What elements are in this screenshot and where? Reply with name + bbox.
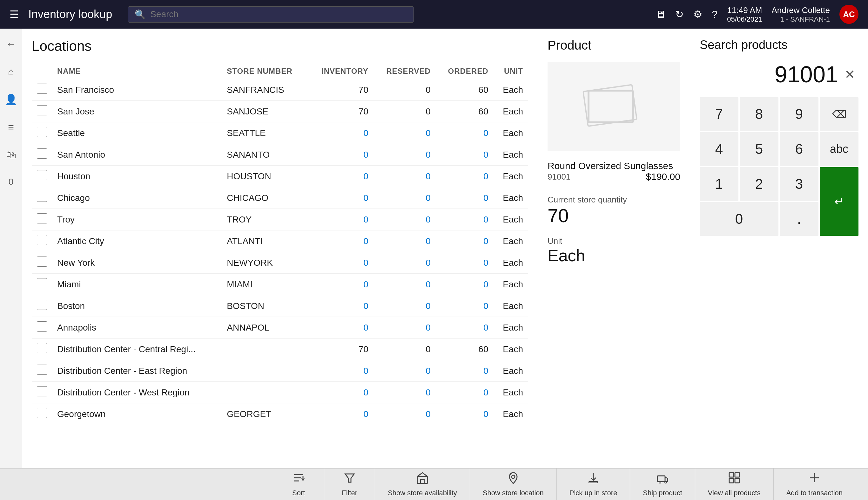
col-ordered: ORDERED xyxy=(436,64,494,79)
ship-icon xyxy=(656,471,669,487)
row-inventory: 70 xyxy=(308,339,374,360)
filter-button[interactable]: Filter xyxy=(324,468,375,500)
numpad-6[interactable]: 6 xyxy=(780,132,819,166)
row-store-number: SANFRANCIS xyxy=(222,79,308,101)
row-checkbox[interactable] xyxy=(37,105,47,115)
avatar: AC xyxy=(840,5,858,24)
row-checkbox[interactable] xyxy=(37,365,47,375)
row-checkbox-cell xyxy=(32,274,52,295)
row-checkbox[interactable] xyxy=(37,257,47,267)
row-checkbox-cell xyxy=(32,360,52,382)
view-all-icon xyxy=(728,471,741,487)
numpad-1[interactable]: 1 xyxy=(700,167,738,201)
row-store-number: BOSTON xyxy=(222,295,308,317)
row-name: Distribution Center - West Region xyxy=(52,382,222,404)
row-store-number: NEWYORK xyxy=(222,252,308,274)
ship-button[interactable]: Ship product xyxy=(630,468,695,500)
numpad-dot[interactable]: . xyxy=(780,202,819,236)
row-reserved: 0 xyxy=(374,252,436,274)
numpad-grid: 7 8 9 ⌫ 4 5 6 abc 1 2 3 ↵ 0 . xyxy=(700,97,858,236)
bottom-toolbar: Sort Filter Show store availability Show… xyxy=(0,468,868,500)
row-checkbox[interactable] xyxy=(37,83,47,94)
product-panel: Product Round Oversized Sunglasses 91001… xyxy=(538,29,690,468)
left-sidebar: ← ⌂ 👤 ≡ 🛍 0 xyxy=(0,29,22,468)
table-row: Distribution Center - Central Regi... 70… xyxy=(32,339,528,360)
sidebar-home-icon[interactable]: ⌂ xyxy=(5,62,17,81)
numpad-0[interactable]: 0 xyxy=(700,202,778,236)
row-name: New York xyxy=(52,252,222,274)
store-loc-icon xyxy=(507,471,519,487)
numpad-5[interactable]: 5 xyxy=(740,132,778,166)
row-inventory: 0 xyxy=(308,252,374,274)
menu-icon[interactable]: ☰ xyxy=(10,8,19,20)
row-checkbox[interactable] xyxy=(37,386,47,396)
row-checkbox[interactable] xyxy=(37,408,47,418)
row-name: Seattle xyxy=(52,122,222,144)
view-all-button[interactable]: View all products xyxy=(695,468,773,500)
row-reserved: 0 xyxy=(374,166,436,187)
row-checkbox[interactable] xyxy=(37,343,47,353)
sidebar-menu-icon[interactable]: ≡ xyxy=(5,118,17,136)
locations-title: Locations xyxy=(32,38,528,54)
sidebar-customer-icon[interactable]: 👤 xyxy=(2,90,21,109)
row-ordered: 0 xyxy=(436,252,494,274)
row-inventory: 0 xyxy=(308,144,374,166)
table-row: Chicago CHICAGO 0 0 0 Each xyxy=(32,187,528,209)
refresh-icon[interactable]: ↻ xyxy=(675,8,684,20)
monitor-icon[interactable]: 🖥 xyxy=(656,9,666,20)
numpad-3[interactable]: 3 xyxy=(780,167,819,201)
row-store-number: SANJOSE xyxy=(222,101,308,122)
numpad-4[interactable]: 4 xyxy=(700,132,738,166)
row-store-number: GEORGET xyxy=(222,404,308,425)
row-checkbox[interactable] xyxy=(37,321,47,331)
sidebar-orders-icon[interactable]: 🛍 xyxy=(3,146,19,164)
numpad-2[interactable]: 2 xyxy=(740,167,778,201)
show-store-location-button[interactable]: Show store location xyxy=(470,468,556,500)
search-bar[interactable]: 🔍 xyxy=(128,7,414,23)
product-sku: 91001 xyxy=(548,172,571,182)
numpad-enter[interactable]: ↵ xyxy=(820,167,858,236)
row-checkbox[interactable] xyxy=(37,192,47,202)
row-checkbox[interactable] xyxy=(37,235,47,245)
row-checkbox[interactable] xyxy=(37,300,47,310)
row-unit: Each xyxy=(493,101,528,122)
row-checkbox[interactable] xyxy=(37,148,47,159)
row-name: Miami xyxy=(52,274,222,295)
search-input[interactable] xyxy=(150,9,407,19)
sort-button[interactable]: Sort xyxy=(273,468,324,500)
row-checkbox[interactable] xyxy=(37,213,47,224)
numpad-clear-button[interactable]: ✕ xyxy=(844,67,855,82)
numpad-backspace[interactable]: ⌫ xyxy=(820,97,858,131)
pickup-button[interactable]: Pick up in store xyxy=(556,468,630,500)
numpad-abc[interactable]: abc xyxy=(820,132,858,166)
row-checkbox[interactable] xyxy=(37,170,47,180)
sidebar-back-icon[interactable]: ← xyxy=(3,35,19,53)
settings-icon[interactable]: ⚙ xyxy=(693,8,703,20)
numpad-7[interactable]: 7 xyxy=(700,97,738,131)
numpad-9[interactable]: 9 xyxy=(780,97,819,131)
row-name: Georgetown xyxy=(52,404,222,425)
svg-rect-14 xyxy=(729,473,734,477)
help-icon[interactable]: ? xyxy=(712,9,718,20)
topbar-user-info: Andrew Collette 1 - SANFRAN-1 xyxy=(772,5,830,23)
add-to-transaction-label: Add to transaction xyxy=(786,489,843,497)
numpad-8[interactable]: 8 xyxy=(740,97,778,131)
topbar-userstore: 1 - SANFRAN-1 xyxy=(772,15,830,23)
row-checkbox[interactable] xyxy=(37,278,47,288)
row-name: San Jose xyxy=(52,101,222,122)
svg-rect-11 xyxy=(657,476,665,481)
topbar-datetime: 11:49 AM 05/06/2021 xyxy=(727,5,762,23)
row-reserved: 0 xyxy=(374,187,436,209)
filter-icon xyxy=(343,471,356,487)
show-store-availability-button[interactable]: Show store availability xyxy=(375,468,470,500)
product-section-title: Product xyxy=(548,38,680,53)
table-row: Annapolis ANNAPOL 0 0 0 Each xyxy=(32,317,528,339)
row-inventory: 0 xyxy=(308,209,374,230)
add-to-transaction-button[interactable]: Add to transaction xyxy=(773,468,855,500)
row-checkbox[interactable] xyxy=(37,127,47,137)
row-inventory: 70 xyxy=(308,79,374,101)
sidebar-badge: 0 xyxy=(5,173,17,190)
col-store-number: STORE NUMBER xyxy=(222,64,308,79)
row-checkbox-cell xyxy=(32,404,52,425)
product-info: Round Oversized Sunglasses 91001 $190.00 xyxy=(548,157,680,182)
